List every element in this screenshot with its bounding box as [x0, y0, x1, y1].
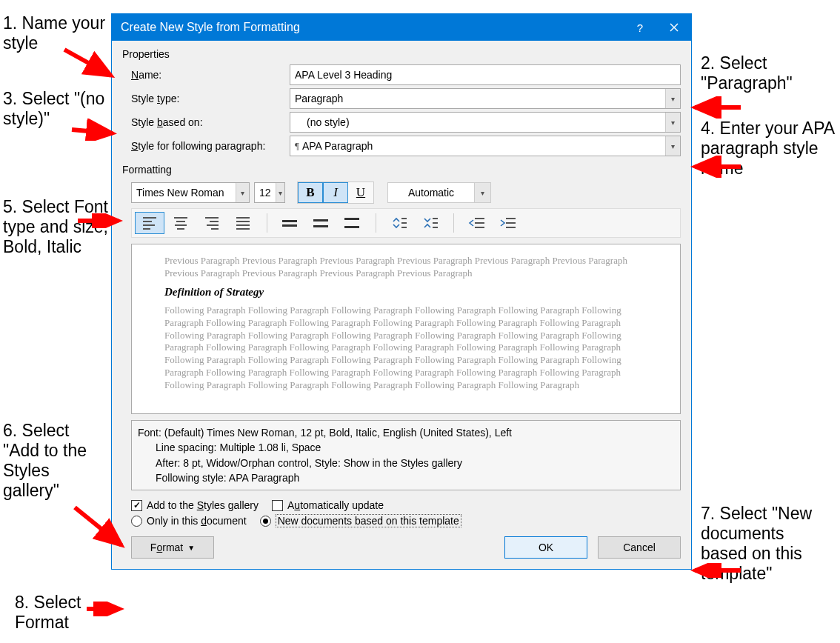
properties-label: Properties: [122, 48, 681, 60]
decrease-indent-button[interactable]: [461, 212, 491, 234]
help-button[interactable]: ?: [623, 14, 657, 41]
style-type-combo[interactable]: Paragraph ▾: [290, 88, 681, 109]
style-preview: Previous Paragraph Previous Paragraph Pr…: [131, 244, 681, 414]
close-button[interactable]: [657, 14, 691, 41]
checkbox-icon: [272, 500, 283, 511]
arrow-icon: [71, 504, 130, 556]
style-following-combo[interactable]: ¶APA Paragraph ▾: [290, 136, 681, 156]
formatting-label: Formatting: [122, 164, 681, 176]
paragraph-spacing-compress-icon: [421, 216, 438, 230]
svg-line-16: [72, 130, 113, 133]
desc-line-4: Following style: APA Paragraph: [138, 470, 674, 485]
paragraph-toolbar: [131, 208, 681, 238]
line-spacing-1-5-button[interactable]: [306, 212, 336, 234]
arrow-icon: [68, 119, 120, 141]
font-name-combo[interactable]: Times New Roman ▾: [131, 182, 250, 203]
separator: [453, 213, 454, 233]
line-spacing-icon: [313, 219, 328, 227]
space-before-increase-button[interactable]: [384, 212, 413, 234]
chevron-down-icon: ▾: [241, 189, 244, 197]
checkbox-icon: [131, 500, 142, 511]
add-to-gallery-checkbox[interactable]: Add to the Styles gallery: [131, 499, 259, 511]
font-size-dropdown-button[interactable]: ▾: [276, 183, 284, 202]
dialog-title: Create New Style from Formatting: [121, 21, 300, 34]
italic-button[interactable]: I: [323, 182, 348, 203]
preview-following-text: Following Paragraph Following Paragraph …: [164, 304, 647, 392]
titlebar: Create New Style from Formatting ?: [112, 14, 691, 41]
font-color-value: Automatic: [388, 183, 474, 202]
increase-indent-icon: [499, 216, 516, 230]
bold-button[interactable]: B: [298, 182, 323, 203]
preview-previous-text: Previous Paragraph Previous Paragraph Pr…: [164, 255, 647, 280]
align-justify-button[interactable]: [228, 212, 258, 234]
style-based-on-label: Style based on:: [131, 116, 290, 128]
separator: [267, 213, 267, 233]
font-size-value: 12: [255, 187, 276, 199]
line-spacing-1-button[interactable]: [275, 212, 304, 234]
style-following-dropdown-button[interactable]: ▾: [665, 136, 680, 156]
chevron-down-icon: ▾: [671, 142, 675, 150]
chevron-down-icon: ▾: [279, 189, 282, 197]
cancel-button[interactable]: Cancel: [598, 536, 681, 559]
bold-italic-underline-group: B I U: [297, 181, 374, 204]
font-size-combo[interactable]: 12 ▾: [254, 182, 285, 203]
annotation-2: 2. Select "Paragraph": [701, 53, 834, 93]
ok-button[interactable]: OK: [504, 536, 587, 559]
close-icon: [670, 23, 679, 32]
format-button[interactable]: Format▼: [131, 536, 214, 559]
font-color-dropdown-button[interactable]: ▾: [474, 183, 490, 202]
create-style-dialog: Create New Style from Formatting ? Prope…: [111, 13, 692, 570]
line-spacing-icon: [344, 218, 359, 228]
auto-update-checkbox[interactable]: Automatically update: [272, 499, 384, 511]
decrease-indent-icon: [468, 216, 484, 230]
line-spacing-2-button[interactable]: [337, 212, 367, 234]
align-justify-icon: [236, 217, 250, 230]
align-center-button[interactable]: [166, 212, 196, 234]
annotation-6: 6. Select "Add to the Styles gallery": [3, 421, 110, 502]
font-name-value: Times New Roman: [132, 187, 236, 199]
new-documents-template-radio[interactable]: New documents based on this template: [260, 514, 461, 527]
chevron-down-icon: ▾: [671, 119, 675, 127]
separator: [376, 213, 376, 233]
name-input[interactable]: [290, 64, 681, 85]
preview-sample-heading: Definition of Strategy: [164, 286, 647, 299]
style-based-on-value: (no style): [290, 116, 665, 128]
align-left-button[interactable]: [135, 212, 164, 234]
chevron-down-icon: ▾: [671, 95, 675, 103]
style-type-value: Paragraph: [290, 93, 665, 104]
line-spacing-icon: [282, 220, 297, 227]
style-based-on-combo[interactable]: (no style) ▾: [290, 112, 681, 133]
arrow-icon: [61, 46, 120, 83]
arrow-icon: [74, 213, 126, 228]
space-before-decrease-button[interactable]: [415, 212, 444, 234]
align-left-icon: [143, 217, 156, 230]
chevron-down-icon: ▾: [481, 189, 484, 197]
font-name-dropdown-button[interactable]: ▾: [236, 183, 249, 202]
increase-indent-button[interactable]: [493, 212, 522, 234]
template-radio-label: New documents based on this template: [276, 514, 461, 527]
align-right-button[interactable]: [197, 212, 227, 234]
font-color-combo[interactable]: Automatic ▾: [387, 182, 491, 203]
desc-line-3: After: 8 pt, Widow/Orphan control, Style…: [138, 456, 674, 470]
svg-line-19: [75, 507, 121, 545]
underline-button[interactable]: U: [348, 182, 373, 203]
radio-icon: [131, 516, 142, 527]
style-description: Font: (Default) Times New Roman, 12 pt, …: [131, 420, 681, 490]
paragraph-spacing-expand-icon: [390, 216, 407, 230]
pilcrow-icon: ¶: [295, 140, 299, 152]
style-type-label: Style type:: [131, 93, 290, 104]
style-type-dropdown-button[interactable]: ▾: [665, 89, 680, 108]
chevron-down-icon: ▼: [187, 544, 195, 552]
only-this-document-radio[interactable]: Only in this document: [131, 515, 247, 527]
arrow-icon: [689, 96, 748, 119]
style-following-value: ¶APA Paragraph: [290, 140, 665, 152]
style-following-label: Style for following paragraph:: [131, 140, 290, 152]
desc-line-1: Font: (Default) Times New Roman, 12 pt, …: [138, 425, 674, 440]
style-based-on-dropdown-button[interactable]: ▾: [665, 113, 680, 132]
svg-line-14: [64, 50, 111, 76]
radio-icon: [260, 516, 271, 527]
desc-line-2: Line spacing: Multiple 1.08 li, Space: [138, 440, 674, 455]
name-label: Name:: [131, 69, 290, 81]
arrow-icon: [689, 563, 748, 578]
arrow-icon: [689, 156, 748, 178]
